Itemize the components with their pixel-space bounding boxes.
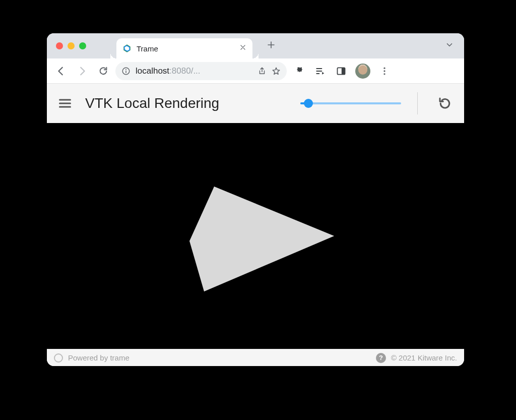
cone-geometry	[47, 123, 464, 349]
window-controls	[56, 42, 86, 49]
toolbar-divider	[417, 92, 418, 114]
app-footer: Powered by trame ? © 2021 Kitware Inc.	[47, 349, 464, 366]
window-close-button[interactable]	[56, 42, 63, 49]
render-viewport[interactable]	[47, 123, 464, 349]
browser-window: Trame localhost:8080/...	[47, 33, 464, 366]
new-tab-button[interactable]	[264, 39, 279, 52]
resolution-slider[interactable]	[300, 102, 401, 104]
trame-logo-icon	[54, 353, 63, 363]
tab-overflow-button[interactable]	[445, 40, 454, 52]
svg-point-1	[125, 69, 126, 70]
address-bar[interactable]: localhost:8080/...	[115, 62, 287, 80]
app-root: VTK Local Rendering Powered by trame	[47, 84, 464, 366]
browser-toolbar: localhost:8080/...	[47, 58, 464, 84]
slider-thumb[interactable]	[304, 99, 313, 108]
svg-marker-10	[189, 187, 334, 291]
extensions-button[interactable]	[290, 62, 308, 80]
forward-button[interactable]	[73, 62, 91, 80]
share-icon[interactable]	[257, 67, 267, 76]
bookmark-star-icon[interactable]	[272, 67, 281, 76]
svg-rect-2	[125, 71, 126, 73]
app-toolbar: VTK Local Rendering	[47, 84, 464, 123]
browser-menu-button[interactable]	[375, 62, 394, 80]
svg-point-6	[383, 70, 385, 72]
window-minimize-button[interactable]	[68, 42, 75, 49]
window-zoom-button[interactable]	[79, 42, 86, 49]
trame-favicon	[122, 44, 132, 53]
url-text: localhost:8080/...	[136, 66, 252, 76]
reset-camera-button[interactable]	[434, 92, 456, 114]
browser-tab-strip: Trame	[47, 33, 464, 58]
footer-powered-by: Powered by trame	[68, 353, 130, 362]
svg-point-7	[383, 73, 385, 75]
reload-button[interactable]	[94, 62, 112, 80]
close-tab-button[interactable]	[239, 44, 246, 53]
svg-point-5	[383, 67, 385, 69]
site-info-icon[interactable]	[121, 67, 131, 76]
svg-rect-4	[342, 68, 345, 74]
app-title: VTK Local Rendering	[85, 95, 290, 111]
back-button[interactable]	[52, 62, 70, 80]
profile-avatar-button[interactable]	[355, 64, 370, 79]
app-menu-button[interactable]	[55, 93, 75, 113]
footer-copyright: © 2021 Kitware Inc.	[391, 353, 457, 362]
side-panel-button[interactable]	[332, 62, 350, 80]
help-button[interactable]: ?	[376, 353, 386, 363]
browser-tab-title: Trame	[137, 44, 234, 53]
media-control-button[interactable]	[311, 62, 329, 80]
browser-tab-active[interactable]: Trame	[116, 38, 252, 58]
